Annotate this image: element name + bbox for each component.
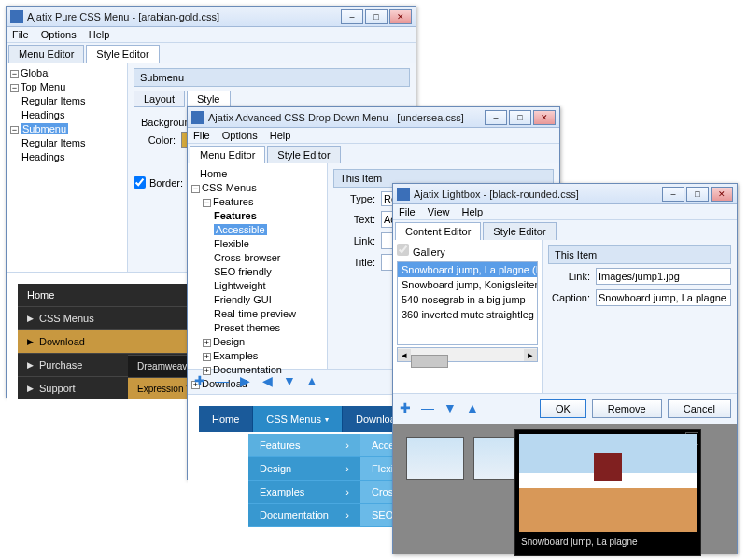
tree-headings[interactable]: Headings [21, 108, 123, 122]
preview-download[interactable]: ▶Download [18, 329, 195, 353]
maximize-button[interactable]: □ [686, 187, 709, 202]
tree-features[interactable]: −Features [203, 195, 323, 209]
preview-home[interactable]: Home [18, 284, 195, 306]
tree-item[interactable]: SEO friendly [214, 265, 323, 279]
tab-style-editor[interactable]: Style Editor [267, 146, 340, 163]
thumbnail[interactable] [406, 437, 464, 480]
tree-item[interactable]: Lightweight [214, 279, 323, 293]
tree-global[interactable]: −Global [10, 66, 123, 80]
maximize-button[interactable]: □ [509, 110, 531, 125]
tree-examples[interactable]: +Examples [203, 349, 323, 363]
expand-icon[interactable]: + [203, 339, 211, 347]
tree-headings[interactable]: Headings [21, 150, 123, 164]
subtab-style[interactable]: Style [187, 91, 230, 107]
border-checkbox[interactable] [134, 176, 146, 189]
remove-icon[interactable]: — [419, 400, 436, 417]
minimize-button[interactable]: – [341, 9, 363, 24]
tree-item-accessible[interactable]: Accessible [214, 223, 323, 237]
move-down-icon[interactable]: ▼ [281, 373, 298, 390]
editor-tabs: Menu Editor Style Editor [188, 144, 559, 163]
tab-style-editor[interactable]: Style Editor [483, 222, 556, 240]
close-button[interactable]: ✕ [533, 110, 556, 125]
menu-help[interactable]: Help [462, 206, 484, 217]
panel-title: Submenu [134, 68, 410, 87]
gallery-checkbox[interactable] [397, 244, 409, 256]
gallery-item[interactable]: 360 inverted mute straightleg in a b [398, 307, 537, 322]
menu-view[interactable]: View [428, 206, 450, 217]
close-button[interactable]: ✕ [389, 9, 412, 24]
titlebar[interactable]: Ajatix Advanced CSS Drop Down Menu - [un… [188, 107, 559, 128]
cancel-button[interactable]: Cancel [668, 399, 731, 418]
collapse-icon[interactable]: − [203, 199, 211, 207]
scroll-left-icon[interactable]: ◂ [398, 349, 411, 361]
gallery-item[interactable]: Snowboard jump, La plagne (Franc [398, 262, 537, 277]
tab-menu-editor[interactable]: Menu Editor [8, 45, 84, 63]
tree-css-menus[interactable]: −CSS Menus [191, 181, 323, 195]
tree-item[interactable]: Real-time preview [214, 307, 323, 321]
gallery-list[interactable]: Snowboard jump, La plagne (Franc Snowboa… [397, 261, 538, 345]
expand-icon[interactable]: + [203, 353, 211, 361]
tree-item[interactable]: Cross-browser [214, 251, 323, 265]
menu-help[interactable]: Help [270, 130, 291, 141]
arrow-icon: ▶ [27, 314, 34, 323]
tree-item[interactable]: Flexible [214, 237, 323, 251]
preview-css-menus[interactable]: CSS Menus▾ [253, 406, 343, 432]
move-right-icon[interactable]: ▶ [236, 373, 253, 390]
tree-item[interactable]: Friendly GUI [214, 293, 323, 307]
move-left-icon[interactable]: ◀ [259, 373, 275, 390]
move-up-icon[interactable]: ▲ [303, 373, 320, 390]
add-icon[interactable]: ✚ [397, 400, 414, 417]
expand-icon[interactable]: − [10, 70, 19, 78]
tree-design[interactable]: +Design [203, 335, 323, 349]
horizontal-scrollbar[interactable]: ◂ ▸ [397, 347, 538, 362]
tree-home[interactable]: Home [191, 167, 323, 181]
expand-icon[interactable]: − [10, 126, 19, 134]
tab-menu-editor[interactable]: Menu Editor [190, 146, 265, 163]
move-up-icon[interactable]: ▲ [464, 400, 481, 417]
scroll-right-icon[interactable]: ▸ [524, 349, 537, 361]
tab-content-editor[interactable]: Content Editor [395, 222, 481, 240]
maximize-button[interactable]: □ [365, 9, 388, 24]
tree-submenu[interactable]: −Submenu [10, 122, 123, 136]
close-button[interactable]: ✕ [711, 187, 733, 202]
menubar: File Options Help [188, 128, 559, 144]
collapse-icon[interactable]: − [191, 185, 200, 193]
gallery-item[interactable]: 540 nosegrab in a big jump [398, 292, 537, 307]
titlebar[interactable]: Ajatix Lightbox - [black-rounded.css] – … [393, 184, 737, 204]
menu-file[interactable]: File [193, 130, 210, 141]
menu-file[interactable]: File [399, 206, 416, 217]
preview-css-menus[interactable]: ▶CSS Menus [18, 306, 195, 329]
menu-options[interactable]: Options [222, 130, 258, 141]
tree-regular-items[interactable]: Regular Items [21, 94, 123, 108]
expand-icon[interactable]: − [10, 84, 19, 92]
menubar: File Options Help [7, 27, 416, 43]
tree-regular-items[interactable]: Regular Items [21, 136, 123, 150]
preview-dd-documentation[interactable]: Documentation› [248, 504, 360, 527]
remove-button[interactable]: Remove [592, 399, 662, 418]
chevron-right-icon: › [345, 440, 349, 451]
preview-home[interactable]: Home [199, 406, 253, 432]
gallery-item[interactable]: Snowboard jump, Konigsleiten, Au [398, 277, 537, 292]
tree-top-menu[interactable]: −Top Menu [10, 80, 123, 94]
menu-help[interactable]: Help [89, 29, 110, 40]
menu-file[interactable]: File [12, 29, 29, 40]
preview-dd-design[interactable]: Design› [248, 457, 360, 481]
tree-item[interactable]: Features [214, 209, 323, 223]
preview-dd-examples[interactable]: Examples› [248, 481, 360, 504]
remove-icon[interactable]: — [214, 373, 231, 390]
tree-item[interactable]: Preset themes [214, 321, 323, 335]
add-icon[interactable]: ✚ [191, 373, 208, 390]
subtab-layout[interactable]: Layout [134, 91, 185, 107]
preview-dd-features[interactable]: Features› [248, 434, 360, 457]
link-input[interactable] [596, 268, 731, 285]
gallery-label: Gallery [413, 246, 445, 258]
tab-style-editor[interactable]: Style Editor [86, 45, 159, 63]
titlebar[interactable]: Ajatix Pure CSS Menu - [arabian-gold.css… [7, 7, 416, 27]
caption-input[interactable] [596, 289, 731, 306]
move-down-icon[interactable]: ▼ [442, 400, 458, 417]
menu-options[interactable]: Options [41, 29, 77, 40]
minimize-button[interactable]: – [662, 187, 684, 202]
minimize-button[interactable]: – [485, 110, 507, 125]
scroll-thumb[interactable] [411, 355, 448, 368]
ok-button[interactable]: OK [540, 399, 586, 418]
